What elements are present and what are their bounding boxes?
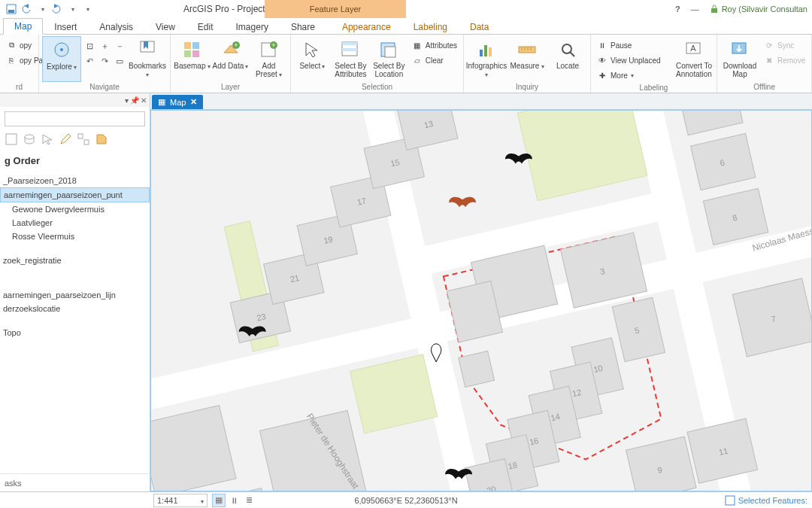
download-icon <box>729 39 751 60</box>
add-data-button[interactable]: +Add Data <box>212 36 249 82</box>
status-view-buttons: ▦ ⏸ ≣ <box>212 494 256 507</box>
prev-extent-icon[interactable]: ↶ <box>83 54 96 68</box>
toc-layer[interactable]: zoek_registratie <box>0 254 150 267</box>
close-pane-icon[interactable]: ✕ <box>141 96 147 105</box>
list-editing-icon[interactable] <box>59 132 72 146</box>
svg-rect-6 <box>184 42 191 49</box>
bookmarks-button[interactable]: Bookmarks <box>128 36 167 82</box>
undo-dropdown-icon[interactable] <box>35 2 48 16</box>
group-selection-label: Selection <box>294 82 460 93</box>
toc-symbol[interactable]: Gewone Dwergvleermuis <box>0 202 150 216</box>
map-tab-label: Map <box>170 98 186 107</box>
tab-edit[interactable]: Edit <box>186 19 225 35</box>
map-canvas[interactable]: 23 21 19 17 15 13 4 6 8 7 3 5 <box>150 110 812 491</box>
tab-labeling[interactable]: Labeling <box>402 19 459 35</box>
tab-insert[interactable]: Insert <box>43 19 88 35</box>
toc-layer[interactable]: aarnemingen_paarseizoen_lijn <box>0 288 150 302</box>
remove-icon: ✖ <box>764 55 774 65</box>
list-drawing-order-icon[interactable] <box>5 132 18 146</box>
pin-icon[interactable]: 📌 <box>130 96 139 105</box>
ribbon: ⧉opy ⎘opy Path rd Explore ⊡ ＋ － ↶ ↷ ▭ Bo… <box>0 35 812 93</box>
more-icon: ✚ <box>597 70 607 81</box>
list-labeling-icon[interactable] <box>95 132 108 146</box>
tab-imagery[interactable]: Imagery <box>225 19 280 35</box>
toc-symbol[interactable]: Rosse Vleermuis <box>0 230 150 243</box>
view-tabs: ▦ Map ✕ <box>150 93 812 110</box>
attributes-button[interactable]: ▦Attributes <box>409 38 460 53</box>
select-loc-icon <box>377 39 400 60</box>
locate-button[interactable]: Locate <box>548 36 587 82</box>
more-labeling-button[interactable]: ✚More <box>594 68 673 83</box>
convert-annotation-button[interactable]: AConvert To Annotation <box>674 36 714 83</box>
help-icon[interactable]: ? <box>675 5 680 14</box>
explore-button[interactable]: Explore <box>42 36 81 82</box>
select-attr-icon <box>339 39 362 60</box>
fixed-zoom-in-icon[interactable]: ＋ <box>98 39 111 53</box>
ribbon-tabs: Map Insert Analysis View Edit Imagery Sh… <box>0 18 812 35</box>
contents-search-input[interactable] <box>5 111 145 126</box>
refresh-icon[interactable]: ≣ <box>242 494 256 507</box>
svg-rect-8 <box>184 50 191 57</box>
full-extent-icon[interactable]: ⊡ <box>83 39 96 53</box>
tab-share[interactable]: Share <box>280 19 326 35</box>
toc-layer[interactable]: Topo <box>0 326 150 339</box>
lock-icon <box>710 5 719 14</box>
close-tab-icon[interactable]: ✕ <box>190 97 197 107</box>
selected-features-readout[interactable]: Selected Features: <box>725 495 807 506</box>
select-button[interactable]: Select <box>294 36 331 82</box>
fixed-zoom-out-icon[interactable]: － <box>113 39 126 53</box>
next-extent-icon[interactable]: ↷ <box>98 54 111 68</box>
tab-data[interactable]: Data <box>459 19 500 35</box>
view-unplaced-button[interactable]: 👁View Unplaced <box>594 53 673 68</box>
pane-menu-icon[interactable]: ▾ <box>125 96 129 105</box>
select-by-attributes-button[interactable]: Select By Attributes <box>332 36 369 82</box>
infographics-button[interactable]: Infographics <box>467 36 506 82</box>
minimize-icon[interactable]: — <box>691 5 699 14</box>
select-icon <box>301 39 323 60</box>
svg-rect-1 <box>8 10 14 13</box>
group-inquiry-label: Inquiry <box>467 82 587 93</box>
status-bar: 1:441 ▦ ⏸ ≣ 6,0950663°E 52,2360513°N Sel… <box>0 491 812 508</box>
quick-access-toolbar <box>5 2 93 16</box>
tab-analysis[interactable]: Analysis <box>88 19 144 35</box>
map-svg: 23 21 19 17 15 13 4 6 8 7 3 5 <box>151 111 811 491</box>
pause-drawing-icon[interactable]: ⏸ <box>227 494 241 507</box>
toc-layer-selected[interactable]: aarnemingen_paarseizoen_punt <box>0 187 150 202</box>
undo-icon[interactable] <box>20 2 33 16</box>
add-preset-button[interactable]: +Add Preset <box>250 36 287 82</box>
svg-rect-2 <box>711 8 717 13</box>
save-icon[interactable] <box>5 2 18 16</box>
basemap-button[interactable]: Basemap <box>174 36 211 82</box>
toc-layer[interactable]: _Paarseizoen_2018 <box>0 174 150 187</box>
toc-symbol[interactable]: Laatvlieger <box>0 216 150 230</box>
clear-selection-button[interactable]: ▱Clear <box>409 53 460 68</box>
signed-in-user[interactable]: Roy (Silvavir Consultan <box>710 5 807 14</box>
tab-view[interactable]: View <box>144 19 186 35</box>
svg-rect-22 <box>489 47 492 56</box>
pause-labels-button[interactable]: ⏸Pause <box>594 38 673 53</box>
tab-map[interactable]: Map <box>3 18 43 35</box>
sync-button[interactable]: ⟳Sync <box>761 38 808 53</box>
list-snapping-icon[interactable] <box>77 132 90 146</box>
redo-icon[interactable] <box>50 2 63 16</box>
svg-line-29 <box>570 52 574 56</box>
toc-layer[interactable]: derzoekslocatie <box>0 302 150 315</box>
scale-dropdown-icon[interactable] <box>198 496 204 505</box>
measure-button[interactable]: Measure <box>508 36 547 82</box>
select-by-location-button[interactable]: Select By Location <box>371 36 408 82</box>
view-unplaced-icon: 👁 <box>597 55 607 65</box>
svg-rect-17 <box>342 48 357 51</box>
contents-footer[interactable]: asks <box>0 473 150 491</box>
scale-input[interactable]: 1:441 <box>153 494 208 507</box>
list-selection-icon[interactable] <box>41 132 54 146</box>
zoom-to-sel-icon[interactable]: ▭ <box>113 54 126 68</box>
remove-button[interactable]: ✖Remove <box>761 53 808 68</box>
redo-dropdown-icon[interactable] <box>65 2 78 16</box>
map-view-tab[interactable]: ▦ Map ✕ <box>152 95 203 109</box>
snap-grid-icon[interactable]: ▦ <box>212 494 226 507</box>
list-source-icon[interactable] <box>23 132 36 146</box>
download-map-button[interactable]: Download Map <box>720 36 759 82</box>
qat-customize-icon[interactable] <box>80 2 93 16</box>
map-tab-icon: ▦ <box>158 97 165 107</box>
tab-appearance[interactable]: Appearance <box>331 19 402 35</box>
